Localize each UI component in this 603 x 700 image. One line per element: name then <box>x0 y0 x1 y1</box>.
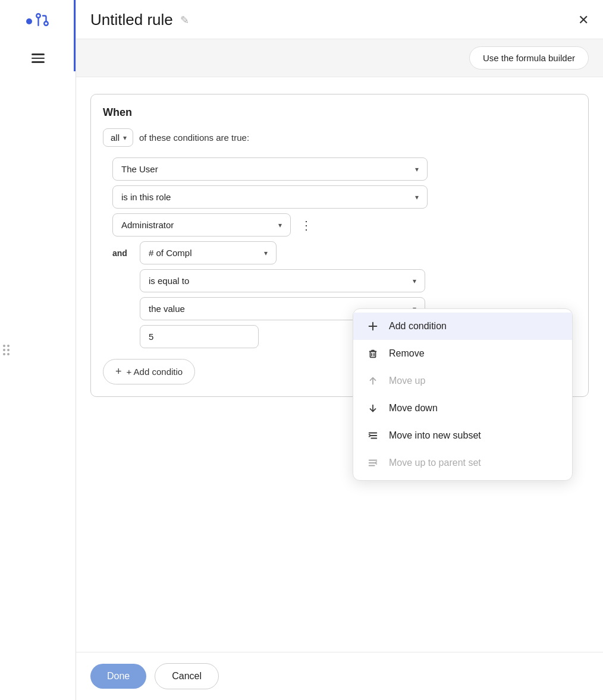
done-button[interactable]: Done <box>90 664 146 689</box>
arrow-up-icon <box>366 376 379 386</box>
condition2-operator-row: is equal to ▾ <box>140 269 425 292</box>
chevron-down-icon: ▾ <box>264 249 268 257</box>
when-container: When all ▾ of these conditions are true:… <box>90 94 589 397</box>
context-menu-item-remove[interactable]: Remove <box>353 340 572 367</box>
indent-right-icon <box>366 430 379 441</box>
git-icon <box>34 12 50 31</box>
indent-left-icon <box>366 458 379 468</box>
close-icon[interactable]: ✕ <box>578 12 589 28</box>
condition2-subject-dropdown[interactable]: # of Compl ▾ <box>140 241 277 264</box>
operator-label: is in this role <box>121 192 171 202</box>
subject-label: The User <box>121 164 158 174</box>
footer: Done Cancel <box>76 652 603 700</box>
operator-dropdown[interactable]: is in this role ▾ <box>112 185 428 209</box>
condition2-operator-dropdown[interactable]: is equal to ▾ <box>140 269 425 292</box>
rule-builder: When all ▾ of these conditions are true:… <box>76 77 603 652</box>
header-title-area: Untitled rule ✎ <box>90 11 189 29</box>
trash-icon <box>366 348 379 359</box>
move-to-parent-label: Move up to parent set <box>389 458 481 468</box>
add-condition-label: Add condition <box>389 321 447 332</box>
sidebar <box>0 0 76 700</box>
menu-icon[interactable] <box>28 50 48 67</box>
conditions-header: all ▾ of these conditions are true: <box>103 128 576 147</box>
condition-block-1: The User ▾ is in this role ▾ Administrat… <box>112 157 576 237</box>
plus-icon <box>366 321 379 332</box>
value-label: Administrator <box>121 220 174 230</box>
add-condition-label: + Add conditio <box>127 367 183 377</box>
move-up-label: Move up <box>389 376 425 386</box>
context-menu-item-add-condition[interactable]: Add condition <box>353 313 572 340</box>
condition-row-subject: The User ▾ <box>112 157 576 181</box>
edit-icon[interactable]: ✎ <box>180 14 189 27</box>
chevron-down-icon: ▾ <box>415 193 419 201</box>
plus-icon: + <box>115 365 122 378</box>
sidebar-logo <box>26 12 50 31</box>
chevron-down-icon: ▾ <box>278 221 282 229</box>
main-content: Untitled rule ✎ ✕ Use the formula builde… <box>76 0 603 700</box>
cancel-button[interactable]: Cancel <box>155 663 219 689</box>
chevron-down-icon: ▾ <box>413 277 416 285</box>
context-menu-item-move-into-subset[interactable]: Move into new subset <box>353 422 572 449</box>
move-down-label: Move down <box>389 403 438 414</box>
remove-label: Remove <box>389 348 425 359</box>
arrow-down-icon <box>366 403 379 414</box>
value-dropdown[interactable]: Administrator ▾ <box>112 213 291 237</box>
formula-builder-button[interactable]: Use the formula builder <box>469 46 589 70</box>
context-menu: Add condition <box>353 308 573 481</box>
and-label: and <box>112 248 134 258</box>
condition2-subject-row: # of Compl ▾ <box>140 241 425 264</box>
context-menu-item-move-down[interactable]: Move down <box>353 395 572 422</box>
all-dropdown[interactable]: all ▾ <box>103 128 133 147</box>
condition2-value-type-label: the value <box>149 304 185 314</box>
condition-row-operator: is in this role ▾ <box>112 185 576 209</box>
condition2-operator-label: is equal to <box>149 276 189 286</box>
formula-bar: Use the formula builder <box>76 39 603 77</box>
app-container: Untitled rule ✎ ✕ Use the formula builde… <box>0 0 603 700</box>
header: Untitled rule ✎ ✕ <box>76 0 603 39</box>
chevron-down-icon: ▾ <box>123 134 127 142</box>
three-dots-button[interactable]: ⋮ <box>297 217 316 234</box>
chevron-down-icon: ▾ <box>415 165 419 174</box>
condition2-subject-label: # of Compl <box>149 248 192 258</box>
context-menu-item-move-to-parent: Move up to parent set <box>353 449 572 477</box>
value-input[interactable] <box>140 325 259 348</box>
subject-dropdown[interactable]: The User ▾ <box>112 157 428 181</box>
svg-rect-5 <box>370 351 376 357</box>
context-menu-item-move-up: Move up <box>353 367 572 395</box>
drag-handle <box>3 345 10 355</box>
add-condition-button[interactable]: + + Add conditio <box>103 359 195 384</box>
sidebar-active-indicator <box>74 0 76 71</box>
move-into-subset-label: Move into new subset <box>389 430 481 441</box>
sidebar-dot <box>26 18 32 24</box>
all-dropdown-value: all <box>111 133 120 143</box>
condition-row-value: Administrator ▾ ⋮ <box>112 213 576 237</box>
page-title: Untitled rule <box>90 11 173 29</box>
when-label: When <box>103 106 576 119</box>
conditions-text: of these conditions are true: <box>139 133 249 143</box>
